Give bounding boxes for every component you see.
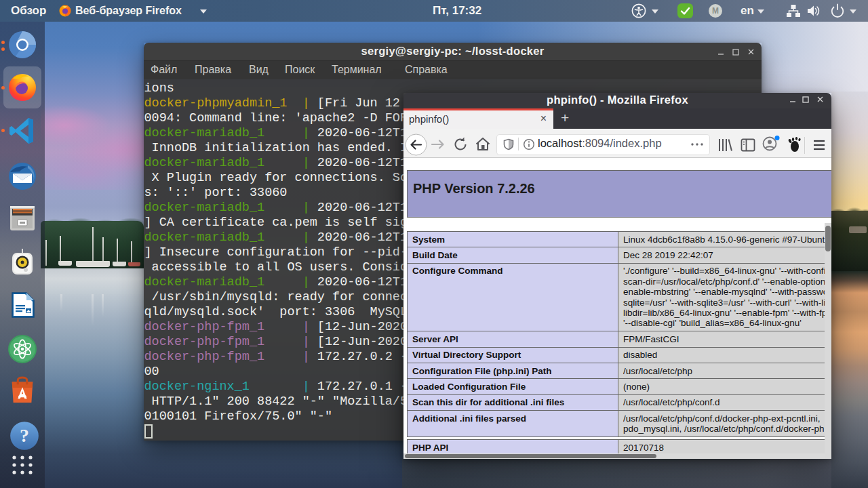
svg-text:?: ? — [20, 425, 29, 446]
